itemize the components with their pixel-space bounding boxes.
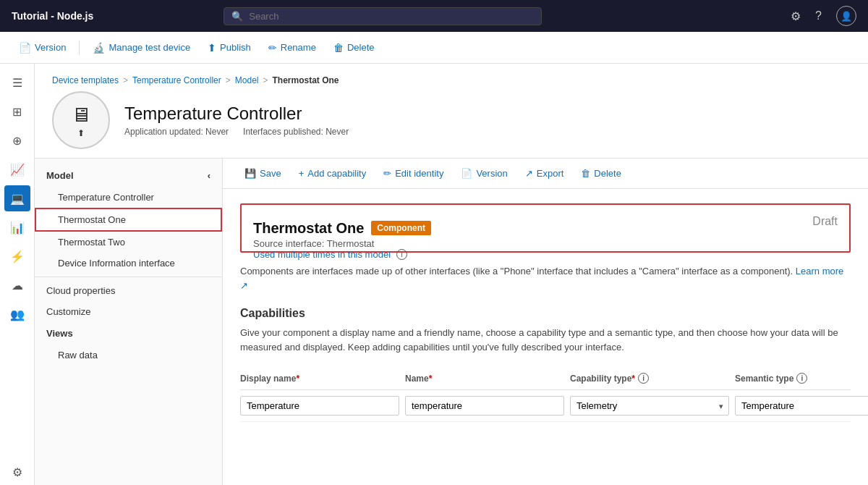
- display-name-input-1[interactable]: [240, 396, 399, 416]
- version-icon: 📄: [19, 42, 31, 54]
- publish-button[interactable]: ⬆ Publish: [200, 38, 258, 57]
- chart-nav-icon[interactable]: 📈: [4, 156, 30, 182]
- breadcrumb-sep-1: >: [123, 75, 128, 85]
- hamburger-nav-icon[interactable]: ☰: [4, 69, 30, 96]
- rename-button[interactable]: ✏ Rename: [261, 38, 323, 57]
- req-marker-2: *: [429, 374, 433, 384]
- users-nav-icon[interactable]: 👥: [4, 301, 30, 327]
- manage-test-device-button[interactable]: 🔬 Manage test device: [85, 38, 197, 57]
- globe-nav-icon[interactable]: ⊕: [4, 127, 30, 153]
- tree-item-cloud-properties[interactable]: Cloud properties: [35, 280, 222, 301]
- semantic-type-select-1[interactable]: Temperature None Humidity: [735, 396, 868, 416]
- tree-item-temperature-controller[interactable]: Temperature Controller: [35, 187, 222, 208]
- page-title: Temperature Controller: [124, 104, 349, 124]
- app-updated-meta: Application updated: Never: [124, 127, 229, 137]
- delete-toolbar-button[interactable]: 🗑 Delete: [326, 38, 382, 57]
- capability-type-header: Capability type * i: [570, 373, 729, 384]
- capabilities-table: Display name * Name * Capability type * …: [240, 368, 851, 422]
- cap-type-info-icon[interactable]: i: [638, 373, 649, 384]
- device-icon: 🖥 ⬆: [52, 91, 110, 149]
- left-panel-inner: Model ‹ Temperature Controller Thermosta…: [35, 159, 222, 371]
- draft-label: Draft: [812, 215, 838, 228]
- component-header: Thermostat One Component Draft Source in…: [240, 203, 851, 253]
- used-multiple-text: Used multiple times in this model i: [253, 249, 407, 260]
- search-icon: 🔍: [231, 11, 243, 22]
- capability-type-wrapper-1: Telemetry Property Command: [570, 396, 729, 416]
- topnav-icons: ⚙ ? 👤: [791, 6, 856, 26]
- component-meta-block: Source interface: Thermostat Used multip…: [253, 238, 407, 260]
- views-section-header[interactable]: Views: [35, 322, 222, 345]
- cloud-nav-icon[interactable]: ☁: [4, 272, 30, 298]
- action-bar: 💾 Save + Add capability ✏ Edit identity …: [223, 159, 868, 189]
- page-meta: Application updated: Never Interfaces pu…: [124, 127, 349, 137]
- settings-nav-icon[interactable]: ⚙: [4, 459, 30, 485]
- right-content: 💾 Save + Add capability ✏ Edit identity …: [223, 159, 868, 485]
- edit-icon: ✏: [383, 168, 391, 179]
- semantic-type-info-icon[interactable]: i: [796, 373, 807, 384]
- delete-action-icon: 🗑: [581, 168, 590, 179]
- breadcrumb-device-templates[interactable]: Device templates: [52, 75, 119, 85]
- device-icon-bottom: ⬆: [77, 128, 85, 138]
- main-layout: ☰ ⊞ ⊕ 📈 💻 📊 ⚡ ☁ 👥 ⚙ Device templates > T…: [0, 64, 868, 485]
- analytics-nav-icon[interactable]: 📊: [4, 214, 30, 240]
- manage-icon: 🔬: [93, 42, 105, 54]
- grid-nav-icon[interactable]: ⊞: [4, 98, 30, 125]
- component-detail: Thermostat One Component Draft Source in…: [223, 189, 868, 436]
- search-input[interactable]: [249, 11, 534, 22]
- toolbar-separator-1: [79, 41, 80, 55]
- learn-more-link[interactable]: Learn more ↗: [240, 266, 843, 291]
- save-icon: 💾: [244, 168, 256, 179]
- semantic-type-header: Semantic type i: [735, 373, 868, 384]
- top-navigation: Tutorial - Node.js 🔍 ⚙ ? 👤: [0, 0, 868, 32]
- add-icon: +: [299, 168, 305, 179]
- model-section-header[interactable]: Model ‹: [35, 164, 222, 187]
- display-name-header: Display name *: [240, 373, 399, 384]
- views-section-label: Views: [46, 328, 73, 339]
- rules-nav-icon[interactable]: ⚡: [4, 243, 30, 269]
- name-input-1[interactable]: [405, 396, 564, 416]
- semantic-type-wrapper-1: Temperature None Humidity: [735, 396, 868, 416]
- tree-item-device-information[interactable]: Device Information interface: [35, 253, 222, 274]
- capability-type-select-1[interactable]: Telemetry Property Command: [570, 396, 729, 416]
- interfaces-published-meta: Interfaces published: Never: [243, 127, 349, 137]
- content-area: Device templates > Temperature Controlle…: [35, 64, 868, 485]
- search-bar[interactable]: 🔍: [224, 7, 542, 25]
- edit-identity-button[interactable]: ✏ Edit identity: [376, 164, 451, 182]
- capability-row-1: Telemetry Property Command Temperature N…: [240, 390, 851, 422]
- name-header: Name *: [405, 373, 564, 384]
- version-action-icon: 📄: [461, 168, 472, 179]
- breadcrumb-model[interactable]: Model: [235, 75, 259, 85]
- page-header: Device templates > Temperature Controlle…: [35, 64, 868, 159]
- header-text: Temperature Controller Application updat…: [124, 104, 349, 137]
- save-button[interactable]: 💾 Save: [237, 164, 289, 182]
- tree-divider-1: [35, 277, 222, 277]
- info-text: Components are interfaces made up of oth…: [240, 264, 851, 292]
- component-title: Thermostat One: [253, 220, 364, 237]
- req-marker-3: *: [631, 374, 635, 384]
- header-row: 🖥 ⬆ Temperature Controller Application u…: [52, 91, 851, 149]
- component-badge: Component: [371, 221, 431, 235]
- avatar[interactable]: 👤: [836, 6, 856, 26]
- breadcrumb-temperature-controller[interactable]: Temperature Controller: [132, 75, 221, 85]
- device-icon-top: 🖥: [71, 103, 91, 127]
- tree-item-raw-data[interactable]: Raw data: [35, 345, 222, 366]
- delete-toolbar-icon: 🗑: [333, 42, 344, 54]
- settings-icon[interactable]: ⚙: [791, 9, 801, 23]
- left-panel: Model ‹ Temperature Controller Thermosta…: [35, 159, 223, 485]
- rename-icon: ✏: [268, 42, 277, 54]
- info-icon[interactable]: i: [396, 249, 407, 260]
- publish-icon: ⬆: [208, 42, 216, 54]
- breadcrumb-current: Thermostat One: [273, 75, 339, 85]
- version-action-button[interactable]: 📄 Version: [454, 164, 514, 182]
- app-title: Tutorial - Node.js: [12, 10, 93, 22]
- tree-item-thermostat-two[interactable]: Thermostat Two: [35, 232, 222, 253]
- devices-nav-icon[interactable]: 💻: [4, 185, 30, 211]
- model-section-label: Model: [46, 170, 74, 181]
- tree-item-thermostat-one[interactable]: Thermostat One: [35, 208, 222, 232]
- version-button[interactable]: 📄 Version: [12, 38, 73, 57]
- delete-action-button[interactable]: 🗑 Delete: [574, 164, 629, 182]
- help-icon[interactable]: ?: [815, 9, 822, 22]
- tree-item-customize[interactable]: Customize: [35, 301, 222, 322]
- export-button[interactable]: ↗ Export: [518, 164, 571, 182]
- add-capability-button[interactable]: + Add capability: [292, 164, 374, 182]
